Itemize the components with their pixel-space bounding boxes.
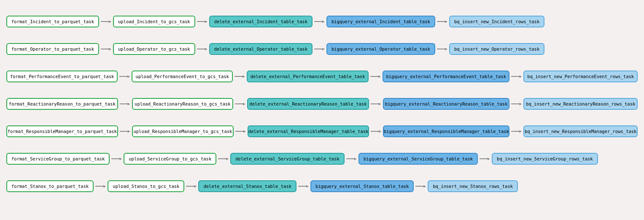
dag-row-reactionary: format_ReactionaryReason_to_parquet_task… — [6, 90, 638, 117]
arrow-servicegroup-1 — [216, 156, 230, 161]
task-node-stanox-2[interactable]: delete_external_Stanox_table_task — [198, 180, 296, 192]
task-node-performance-4[interactable]: bq_insert_new_PerformanceEvent_rows_task — [523, 71, 638, 82]
task-node-servicegroup-2[interactable]: delete_external_ServiceGroup_table_task — [230, 153, 345, 165]
task-node-incident-1[interactable]: upload_Incident_to_gcs_task — [113, 16, 195, 27]
arrow-performance-1 — [233, 74, 247, 79]
arrow-stanox-0 — [94, 184, 108, 188]
task-node-operator-3[interactable]: bigquery_external_Operator_table_task — [326, 43, 435, 55]
task-node-reactionary-3[interactable]: bigquery_external_ReactionaryReason_tabl… — [383, 98, 510, 110]
task-node-responsible-4[interactable]: bq_insert_new_ResponsibleManager_rows_ta… — [523, 125, 638, 137]
task-node-performance-0[interactable]: format_PerformanceEvent_to_parquet_task — [6, 71, 118, 82]
arrow-responsible-3 — [509, 129, 523, 133]
arrow-servicegroup-2 — [345, 156, 358, 161]
task-node-incident-0[interactable]: format_Incident_to_parquet_task — [6, 16, 99, 27]
task-node-operator-2[interactable]: delete_external_Operator_table_task — [209, 43, 313, 55]
task-node-operator-4[interactable]: bq_insert_new_Operator_rows_task — [449, 43, 544, 55]
task-node-servicegroup-1[interactable]: upload_ServiceGroup_to_gcs_task — [124, 153, 216, 165]
dag-row-performance: format_PerformanceEvent_to_parquet_tasku… — [6, 62, 638, 90]
arrow-responsible-2 — [369, 129, 383, 133]
arrow-servicegroup-0 — [110, 156, 124, 161]
task-node-reactionary-4[interactable]: bq_insert_new_ReactionaryReason_rows_tas… — [523, 98, 638, 110]
task-node-performance-2[interactable]: delete_external_PerformanceEvent_table_t… — [247, 71, 369, 82]
task-node-responsible-3[interactable]: bigquery_external_ResponsibleManager_tab… — [383, 125, 509, 137]
task-node-reactionary-0[interactable]: format_ReactionaryReason_to_parquet_task — [6, 98, 118, 110]
task-node-operator-1[interactable]: upload_Operator_to_gcs_task — [113, 43, 195, 55]
arrow-stanox-3 — [414, 184, 428, 188]
arrow-performance-2 — [369, 74, 383, 79]
task-node-incident-3[interactable]: bigquery_external_Incident_table_task — [326, 16, 435, 27]
task-node-stanox-1[interactable]: upload_Stanox_to_gcs_task — [108, 180, 184, 192]
task-node-servicegroup-4[interactable]: bq_insert_new_ServiceGroup_rows_task — [492, 153, 598, 165]
arrow-incident-0 — [99, 19, 113, 24]
dag-row-stanox: format_Stanox_to_parquet_taskupload_Stan… — [6, 172, 638, 200]
task-node-responsible-2[interactable]: delete_external_ResponsibleManager_table… — [248, 125, 369, 137]
arrow-stanox-2 — [296, 184, 310, 188]
arrow-incident-2 — [313, 19, 326, 24]
arrow-stanox-1 — [184, 184, 198, 188]
task-node-operator-0[interactable]: format_Operator_to_parquet_task — [6, 43, 99, 55]
task-node-servicegroup-0[interactable]: format_ServiceGroup_to_parquet_task — [6, 153, 110, 165]
arrow-performance-3 — [509, 74, 523, 79]
dag-row-responsible: format_ResponsibleManager_to_parquet_tas… — [6, 117, 638, 145]
task-node-servicegroup-3[interactable]: bigquery_external_ServiceGroup_table_tas… — [358, 153, 478, 165]
task-node-performance-3[interactable]: bigquery_external_PerformanceEvent_table… — [383, 71, 509, 82]
task-node-reactionary-2[interactable]: delete_external_ReactionaryReason_table_… — [247, 98, 369, 110]
dag-row-incident: format_Incident_to_parquet_taskupload_In… — [6, 8, 638, 35]
task-node-stanox-0[interactable]: format_Stanox_to_parquet_task — [6, 180, 94, 192]
task-node-stanox-3[interactable]: bigquery_external_Stanox_table_task — [310, 180, 414, 192]
task-node-reactionary-1[interactable]: upload_ReactionaryReason_to_gcs_task — [132, 98, 234, 110]
arrow-reactionary-0 — [118, 101, 132, 106]
task-node-responsible-1[interactable]: upload_ResponsibleManager_to_gcs_task — [132, 125, 234, 137]
task-node-incident-4[interactable]: bq_insert_new_Incident_rows_task — [449, 16, 544, 27]
arrow-operator-1 — [195, 46, 209, 51]
arrow-servicegroup-3 — [478, 156, 492, 161]
arrow-reactionary-3 — [509, 101, 523, 106]
task-node-responsible-0[interactable]: format_ResponsibleManager_to_parquet_tas… — [6, 125, 118, 137]
arrow-incident-1 — [195, 19, 209, 24]
dag-container: format_Incident_to_parquet_taskupload_In… — [0, 0, 644, 220]
task-node-stanox-4[interactable]: bq_insert_new_Stanox_rows_task — [428, 180, 518, 192]
arrow-performance-0 — [118, 74, 132, 79]
task-node-incident-2[interactable]: delete_external_Incident_table_task — [209, 16, 313, 27]
arrow-operator-3 — [435, 46, 449, 51]
arrow-responsible-0 — [118, 129, 132, 133]
arrow-incident-3 — [435, 19, 449, 24]
task-node-performance-1[interactable]: upload_PerformanceEvent_to_gcs_task — [132, 71, 233, 82]
arrow-responsible-1 — [234, 129, 248, 133]
dag-row-operator: format_Operator_to_parquet_taskupload_Op… — [6, 35, 638, 62]
arrow-operator-0 — [99, 46, 113, 51]
rows-wrapper: format_Incident_to_parquet_taskupload_In… — [4, 4, 640, 203]
arrow-operator-2 — [313, 46, 326, 51]
dag-row-servicegroup: format_ServiceGroup_to_parquet_taskuploa… — [6, 145, 638, 172]
arrow-reactionary-1 — [233, 101, 247, 106]
arrow-reactionary-2 — [369, 101, 383, 106]
